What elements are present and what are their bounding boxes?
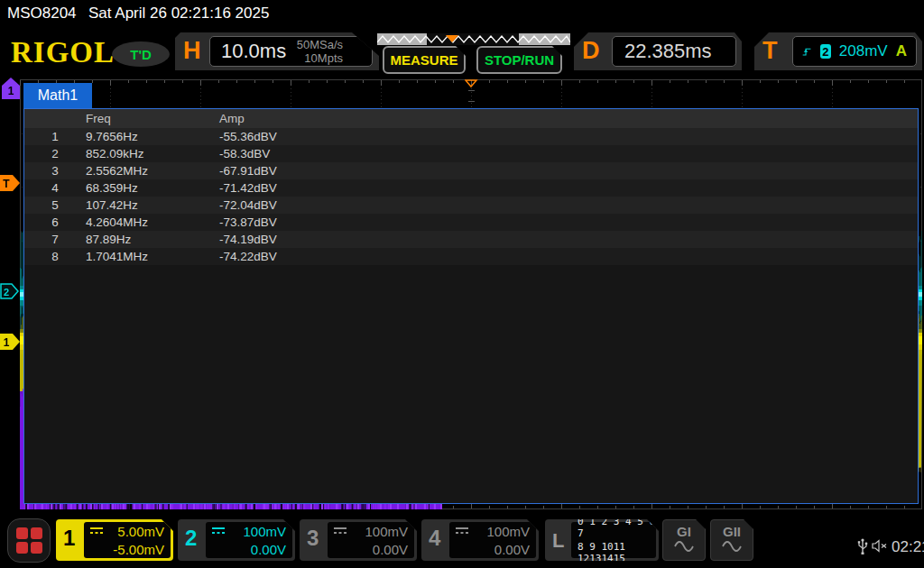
svg-text:2: 2 bbox=[4, 287, 9, 298]
waveform-display[interactable]: Math1 Freq Amp 19.7656Hz-55.36dBV 2852.0… bbox=[20, 79, 922, 509]
dc-coupling-icon bbox=[212, 527, 225, 535]
generator1-button[interactable]: GI bbox=[662, 519, 706, 561]
col-amp: Amp bbox=[219, 112, 328, 125]
channel3-number: 3 bbox=[307, 527, 319, 549]
menu-grid-icon bbox=[16, 527, 42, 554]
dc-coupling-icon bbox=[334, 527, 346, 535]
table-header: Freq Amp bbox=[24, 109, 918, 128]
memory-depth: 10Mpts bbox=[304, 51, 343, 65]
table-row: 2852.09kHz-58.3dBV bbox=[24, 145, 918, 162]
rigol-logo: RIGOL bbox=[11, 38, 115, 68]
logic-row-2: 8 9 1011 12131415 bbox=[578, 541, 656, 564]
generator2-label: GII bbox=[711, 524, 753, 539]
trigger-box[interactable]: 2 208mV A bbox=[792, 36, 917, 67]
trigger-position-marker[interactable] bbox=[465, 79, 478, 88]
clock-text: 02:21 bbox=[892, 538, 924, 556]
channel4-box[interactable]: 4 100mV 0.00V bbox=[421, 519, 539, 561]
channel1-offset: -5.00mV bbox=[113, 542, 164, 557]
table-row: 787.89Hz-74.19dBV bbox=[24, 231, 918, 248]
timebase-value: 10.0ms bbox=[221, 40, 286, 63]
channel2-box[interactable]: 2 100mV 0.00V bbox=[178, 519, 295, 561]
waveform-overview-bar[interactable] bbox=[377, 33, 570, 45]
channel3-scale: 100mV bbox=[365, 524, 408, 539]
math1-popup: Math1 Freq Amp 19.7656Hz-55.36dBV 2852.0… bbox=[20, 79, 337, 280]
table-row: 19.7656Hz-55.36dBV bbox=[24, 128, 918, 145]
channel4-number: 4 bbox=[429, 527, 440, 549]
trigger-sweep-mode: A bbox=[896, 42, 907, 60]
trigger-group[interactable]: T 2 208mV A bbox=[754, 32, 922, 70]
math1-tab[interactable]: Math1 bbox=[23, 83, 92, 108]
dc-coupling-icon bbox=[90, 527, 103, 535]
menu-button[interactable] bbox=[7, 518, 51, 563]
col-freq: Freq bbox=[86, 112, 219, 125]
stop-run-button[interactable]: STOP/RUN bbox=[476, 46, 562, 74]
h-label: H bbox=[183, 39, 201, 63]
channel4-offset: 0.00V bbox=[494, 542, 530, 557]
trigger-level-marker[interactable]: T bbox=[0, 175, 20, 191]
channel1-number: 1 bbox=[63, 527, 75, 549]
channel4-values: 100mV 0.00V bbox=[449, 522, 536, 558]
horizontal-settings-group[interactable]: H 10.0ms 50MSa/s 10Mpts bbox=[175, 32, 379, 70]
logic-row-1: 0 1 2 3 4 5 6 7 bbox=[578, 516, 656, 539]
channel1-ground-marker[interactable]: 1 bbox=[0, 334, 20, 350]
channel3-box[interactable]: 3 100mV 0.00V bbox=[300, 519, 417, 561]
timebase-box[interactable]: 10.0ms 50MSa/s 10Mpts bbox=[209, 36, 373, 67]
channel3-values: 100mV 0.00V bbox=[328, 522, 414, 558]
table-row: 32.5562MHz-67.91dBV bbox=[24, 162, 918, 179]
logic-channel-list: 0 1 2 3 4 5 6 7 8 9 1011 12131415 bbox=[571, 522, 656, 558]
trigger-level-value: 208mV bbox=[839, 42, 888, 60]
math1-peak-table: Freq Amp 19.7656Hz-55.36dBV 2852.09kHz-5… bbox=[23, 108, 919, 504]
t-label: T bbox=[762, 39, 778, 63]
sine-wave-icon bbox=[721, 541, 743, 552]
logic-label: L bbox=[552, 529, 564, 553]
math1-position-marker[interactable]: 1 bbox=[2, 78, 20, 99]
table-row: 81.7041MHz-74.22dBV bbox=[24, 248, 918, 265]
usb-icon bbox=[857, 537, 868, 555]
sine-wave-icon bbox=[673, 541, 695, 552]
channel4-scale: 100mV bbox=[486, 524, 530, 539]
delay-group[interactable]: D 22.385ms bbox=[574, 32, 742, 70]
generator2-button[interactable]: GII bbox=[710, 519, 753, 561]
channel1-values: 5.00mV -5.00mV bbox=[84, 522, 171, 558]
trigger-status-badge: T'D bbox=[112, 41, 170, 67]
d-label: D bbox=[582, 39, 600, 63]
dc-coupling-icon bbox=[456, 527, 468, 535]
delay-value: 22.385ms bbox=[624, 40, 712, 63]
logic-channels-box[interactable]: L 0 1 2 3 4 5 6 7 8 9 1011 12131415 bbox=[545, 519, 659, 561]
svg-text:T: T bbox=[3, 178, 10, 190]
sample-rate: 50MSa/s bbox=[297, 38, 343, 51]
channel2-number: 2 bbox=[185, 527, 197, 549]
svg-text:1: 1 bbox=[4, 336, 10, 349]
delay-box[interactable]: 22.385ms bbox=[612, 36, 736, 67]
channel2-ground-marker[interactable]: 2 bbox=[0, 283, 20, 299]
datetime-text: Sat April 26 02:21:16 2025 bbox=[88, 5, 269, 23]
model-name: MSO8204 bbox=[7, 5, 77, 23]
table-row: 5107.42Hz-72.04dBV bbox=[24, 197, 918, 214]
speaker-muted-icon bbox=[872, 539, 888, 553]
svg-text:1: 1 bbox=[8, 85, 14, 97]
channel1-scale: 5.00mV bbox=[117, 524, 164, 539]
trigger-source-badge: 2 bbox=[820, 44, 831, 59]
channel2-values: 100mV 0.00V bbox=[206, 522, 292, 558]
titlebar: MSO8204 Sat April 26 02:21:16 2025 bbox=[0, 0, 924, 27]
channel2-scale: 100mV bbox=[243, 524, 286, 539]
table-row: 468.359Hz-71.42dBV bbox=[24, 179, 918, 197]
table-row: 64.2604MHz-73.87dBV bbox=[24, 214, 918, 231]
measure-button[interactable]: MEASURE bbox=[383, 46, 466, 74]
bottom-bar: 1 5.00mV -5.00mV 2 100mV 0.00V 3 100mV 0… bbox=[0, 512, 924, 568]
generator1-label: GI bbox=[663, 524, 705, 539]
channel1-box[interactable]: 1 5.00mV -5.00mV bbox=[56, 519, 173, 561]
acquisition-info: 50MSa/s 10Mpts bbox=[297, 38, 343, 65]
channel3-offset: 0.00V bbox=[373, 542, 408, 557]
oscilloscope-screen: MSO8204 Sat April 26 02:21:16 2025 RIGOL… bbox=[0, 0, 924, 568]
channel2-offset: 0.00V bbox=[251, 542, 286, 557]
trigger-slope-icon bbox=[802, 44, 812, 59]
